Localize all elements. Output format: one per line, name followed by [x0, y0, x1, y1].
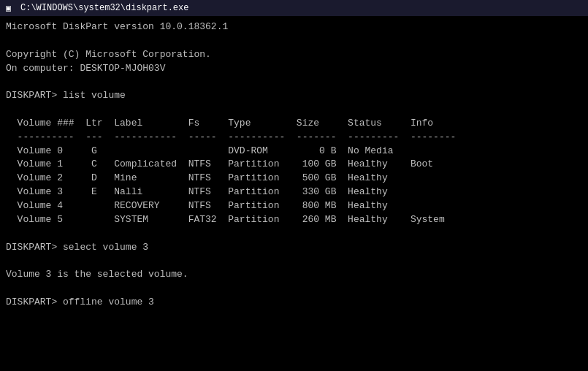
console-line: Volume 2 D Mine NTFS Partition 500 GB He…: [6, 172, 582, 186]
console-line: Copyright (C) Microsoft Corporation.: [6, 48, 582, 62]
console-line: Volume 3 E Nalli NTFS Partition 330 GB H…: [6, 186, 582, 199]
console-line: [6, 103, 582, 117]
console-line: Microsoft DiskPart version 10.0.18362.1: [6, 20, 582, 34]
console-line: [6, 227, 582, 241]
app-icon: ▣: [6, 3, 16, 13]
title-bar: ▣ C:\WINDOWS\system32\diskpart.exe: [0, 0, 588, 16]
console-line: ---------- --- ----------- ----- -------…: [6, 131, 582, 145]
title-bar-text: C:\WINDOWS\system32\diskpart.exe: [20, 3, 188, 13]
console-line: Volume 3 is the selected volume.: [6, 268, 582, 282]
console-output: Microsoft DiskPart version 10.0.18362.1 …: [0, 16, 588, 371]
console-line: Volume 4 RECOVERY NTFS Partition 800 MB …: [6, 199, 582, 213]
console-line: DISKPART> select volume 3: [6, 241, 582, 255]
console-line: DISKPART> list volume: [6, 89, 582, 103]
console-line: Volume 1 C Complicated NTFS Partition 10…: [6, 158, 582, 172]
console-line: [6, 254, 582, 268]
console-line: DISKPART> offline volume 3: [6, 296, 582, 310]
console-line: [6, 75, 582, 89]
console-line: Volume 0 G DVD-ROM 0 B No Media: [6, 145, 582, 158]
console-line: [6, 34, 582, 48]
console-line: On computer: DESKTOP-MJOH03V: [6, 62, 582, 76]
console-line: Volume 5 SYSTEM FAT32 Partition 260 MB H…: [6, 213, 582, 227]
console-line: [6, 282, 582, 296]
console-line: Volume ### Ltr Label Fs Type Size Status…: [6, 117, 582, 131]
